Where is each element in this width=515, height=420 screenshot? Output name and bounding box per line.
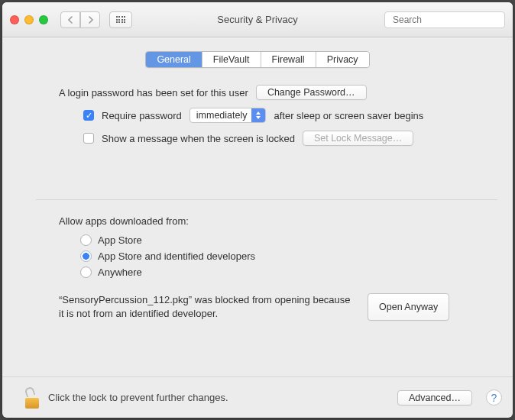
search-field[interactable] [384, 11, 505, 28]
nav-buttons [60, 11, 100, 28]
minimize-button[interactable] [24, 15, 34, 24]
open-anyway-button[interactable]: Open Anyway [368, 293, 449, 321]
blocked-app-message: “SensoryPercussion_112.pkg” was blocked … [59, 293, 357, 321]
chevron-left-icon [67, 16, 74, 24]
change-password-button[interactable]: Change Password… [256, 85, 367, 100]
tab-filevault[interactable]: FileVault [202, 52, 261, 67]
general-pane: A login password has been set for this u… [2, 68, 513, 376]
show-message-checkbox[interactable] [83, 133, 94, 144]
help-button[interactable]: ? [486, 389, 502, 405]
download-heading: Allow apps downloaded from: [59, 215, 475, 227]
tab-firewall[interactable]: Firewall [261, 52, 316, 67]
require-password-delay-select[interactable]: immediately [189, 108, 267, 123]
show-message-label: Show a message when the screen is locked [102, 133, 295, 144]
require-password-checkbox[interactable] [83, 110, 94, 121]
search-input[interactable] [393, 15, 507, 25]
lock-hint-label: Click the lock to prevent further change… [48, 392, 228, 403]
radio-identified-devs[interactable] [80, 250, 92, 262]
radio-anywhere[interactable] [80, 267, 92, 278]
download-radio-group: App Store App Store and identified devel… [59, 234, 475, 278]
prefs-window: Security & Privacy General FileVault Fir… [2, 2, 513, 418]
lock-open-icon [24, 386, 35, 397]
back-button[interactable] [60, 11, 80, 28]
footer: Click the lock to prevent further change… [2, 376, 513, 418]
after-sleep-label: after sleep or screen saver begins [274, 110, 423, 121]
grid-icon [116, 16, 126, 23]
radio-anywhere-label: Anywhere [98, 267, 142, 278]
set-lock-message-button: Set Lock Message… [303, 131, 413, 146]
radio-app-store-label: App Store [98, 234, 142, 246]
radio-identified-devs-label: App Store and identified developers [98, 250, 255, 262]
zoom-button[interactable] [39, 15, 48, 24]
lock-body-icon [25, 398, 39, 409]
select-value: immediately [196, 110, 248, 121]
radio-app-store[interactable] [80, 234, 92, 246]
tab-privacy[interactable]: Privacy [316, 52, 369, 67]
stepper-arrows-icon [251, 108, 265, 123]
tab-general[interactable]: General [146, 52, 202, 67]
advanced-button[interactable]: Advanced… [397, 390, 472, 405]
lock-button[interactable] [24, 387, 40, 409]
titlebar: Security & Privacy [2, 2, 513, 37]
tab-bar: General FileVault Firewall Privacy [2, 37, 513, 68]
close-button[interactable] [10, 15, 19, 24]
traffic-lights [10, 15, 48, 24]
login-password-label: A login password has been set for this u… [59, 87, 248, 99]
require-password-label: Require password [102, 110, 182, 121]
forward-button[interactable] [80, 11, 100, 28]
show-all-button[interactable] [109, 11, 132, 28]
chevron-right-icon [87, 16, 94, 24]
divider [36, 199, 497, 200]
